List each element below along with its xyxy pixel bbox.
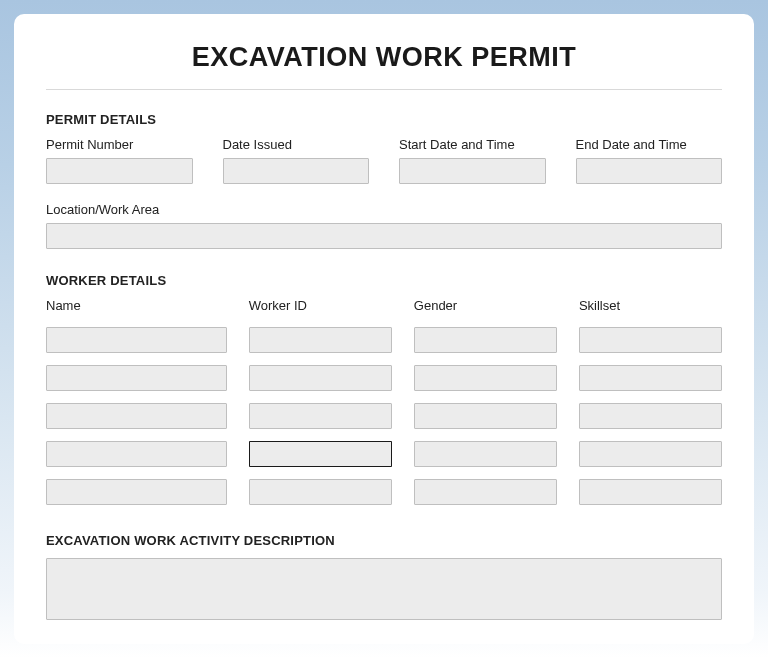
worker-details-section: WORKER DETAILS Name Worker ID Gender Ski… — [46, 273, 722, 505]
worker-id-0[interactable] — [249, 327, 392, 353]
permit-details-heading: PERMIT DETAILS — [46, 112, 722, 127]
activity-heading: EXCAVATION WORK ACTIVITY DESCRIPTION — [46, 533, 722, 548]
worker-id-1[interactable] — [249, 365, 392, 391]
worker-name-2[interactable] — [46, 403, 227, 429]
activity-section: EXCAVATION WORK ACTIVITY DESCRIPTION — [46, 533, 722, 624]
worker-name-1[interactable] — [46, 365, 227, 391]
activity-textarea[interactable] — [46, 558, 722, 620]
worker-gender-3[interactable] — [414, 441, 557, 467]
col-header-skillset: Skillset — [579, 298, 722, 313]
page-title: EXCAVATION WORK PERMIT — [46, 42, 722, 73]
col-header-gender: Gender — [414, 298, 557, 313]
col-header-worker-id: Worker ID — [249, 298, 392, 313]
field-start-datetime: Start Date and Time — [399, 137, 546, 184]
input-start-datetime[interactable] — [399, 158, 546, 184]
worker-skillset-2[interactable] — [579, 403, 722, 429]
col-header-name: Name — [46, 298, 227, 313]
field-date-issued: Date Issued — [223, 137, 370, 184]
title-divider — [46, 89, 722, 90]
worker-id-3[interactable] — [249, 441, 392, 467]
worker-id-2[interactable] — [249, 403, 392, 429]
label-start-datetime: Start Date and Time — [399, 137, 546, 152]
field-end-datetime: End Date and Time — [576, 137, 723, 184]
worker-grid: Name Worker ID Gender Skillset — [46, 298, 722, 505]
worker-gender-2[interactable] — [414, 403, 557, 429]
input-location[interactable] — [46, 223, 722, 249]
permit-details-section: PERMIT DETAILS Permit Number Date Issued… — [46, 112, 722, 249]
worker-skillset-3[interactable] — [579, 441, 722, 467]
form-sheet: EXCAVATION WORK PERMIT PERMIT DETAILS Pe… — [14, 14, 754, 644]
worker-skillset-4[interactable] — [579, 479, 722, 505]
field-location: Location/Work Area — [46, 202, 722, 249]
worker-skillset-0[interactable] — [579, 327, 722, 353]
field-permit-number: Permit Number — [46, 137, 193, 184]
worker-gender-1[interactable] — [414, 365, 557, 391]
worker-details-heading: WORKER DETAILS — [46, 273, 722, 288]
label-location: Location/Work Area — [46, 202, 722, 217]
worker-gender-4[interactable] — [414, 479, 557, 505]
worker-id-4[interactable] — [249, 479, 392, 505]
worker-name-0[interactable] — [46, 327, 227, 353]
input-end-datetime[interactable] — [576, 158, 723, 184]
input-date-issued[interactable] — [223, 158, 370, 184]
worker-name-4[interactable] — [46, 479, 227, 505]
label-permit-number: Permit Number — [46, 137, 193, 152]
label-end-datetime: End Date and Time — [576, 137, 723, 152]
worker-name-3[interactable] — [46, 441, 227, 467]
input-permit-number[interactable] — [46, 158, 193, 184]
worker-gender-0[interactable] — [414, 327, 557, 353]
worker-skillset-1[interactable] — [579, 365, 722, 391]
label-date-issued: Date Issued — [223, 137, 370, 152]
permit-details-row-1: Permit Number Date Issued Start Date and… — [46, 137, 722, 184]
